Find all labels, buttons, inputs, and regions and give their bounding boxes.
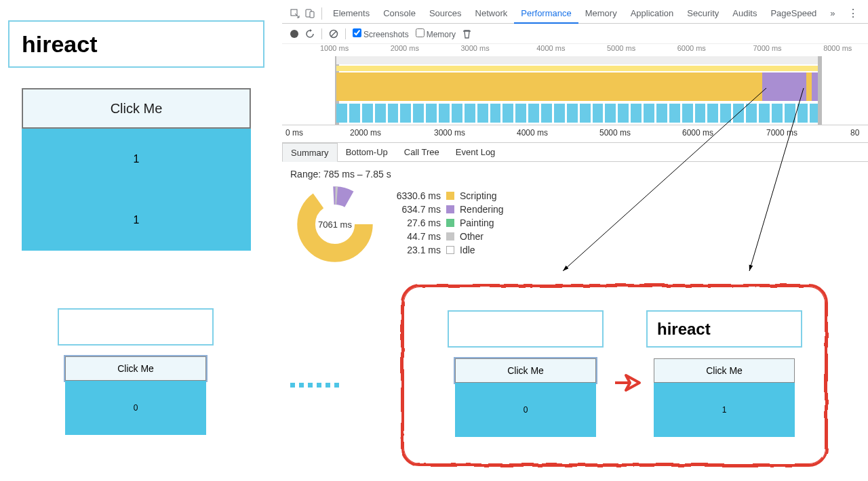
svg-line-4 [331,31,336,37]
counter-panel: 1 [654,383,795,437]
more-tabs-icon[interactable]: » [823,3,842,24]
summary-legend: 6330.6 msScripting 634.7 msRendering 27.… [391,189,504,257]
counter-value: 1 [134,214,140,226]
device-icon[interactable] [302,9,317,18]
ruler-mark: 6000 ms [682,128,713,138]
ruler-mark: 4000 ms [517,128,548,138]
tab-security[interactable]: Security [680,3,726,24]
kebab-icon[interactable]: ⋮ [844,7,863,20]
summary-donut: 7061 ms [297,186,373,262]
ruler-mark: 7000 ms [766,128,797,138]
perf-ruler[interactable]: 0 ms 2000 ms 3000 ms 4000 ms 5000 ms 600… [282,125,868,143]
memory-checkbox[interactable]: Memory [416,28,456,39]
devtools-tabbar: Elements Console Sources Network Perform… [282,3,868,24]
ruler-mark: 5000 ms [599,128,631,138]
ruler-mark: 0 ms [285,128,303,138]
tab-audits[interactable]: Audits [726,3,764,24]
clear-icon[interactable] [329,29,338,39]
ruler-mark: 80 [850,128,859,138]
counter-panel: 0 [455,383,596,437]
tab-elements[interactable]: Elements [326,3,376,24]
text-input[interactable] [448,310,604,348]
counter-panel: 1 1 [22,129,251,251]
time-mark: 7000 ms [753,44,781,52]
click-me-button[interactable]: Click Me [654,358,795,383]
flame-chart[interactable] [336,72,821,101]
text-input[interactable]: hireact [8,20,264,68]
sample-app-large: hireact Click Me 1 1 [8,20,266,251]
detail-tab-bottomup[interactable]: Bottom-Up [338,143,396,161]
time-mark: 5000 ms [607,44,635,52]
counter-panel: 0 [65,381,206,435]
perf-overview[interactable]: 1000 ms 2000 ms 3000 ms 4000 ms 5000 ms … [282,44,868,125]
perf-summary: Range: 785 ms – 7.85 s 7061 ms 6330.6 ms… [282,162,868,270]
trash-icon[interactable] [462,29,471,39]
click-me-button[interactable]: Click Me [455,358,596,383]
tab-memory[interactable]: Memory [578,3,624,24]
click-me-button[interactable]: Click Me [22,88,251,129]
counter-value: 1 [722,405,727,415]
record-icon[interactable] [290,30,298,38]
text-input[interactable]: hireact [646,310,802,348]
time-mark: 1000 ms [320,44,349,52]
time-mark: 6000 ms [677,44,706,52]
perf-detail-tabs: Summary Bottom-Up Call Tree Event Log [282,143,868,162]
time-mark: 4000 ms [536,44,565,52]
sample-app-state-3: hireact Click Me 1 [646,310,795,437]
range-handle-right[interactable] [818,56,822,125]
tab-performance[interactable]: Performance [514,3,578,24]
counter-value: 0 [134,403,138,413]
time-mark: 2000 ms [391,44,419,52]
inspect-icon[interactable] [288,9,302,18]
detail-tab-eventlog[interactable]: Event Log [448,143,504,161]
ruler-mark: 2000 ms [350,128,381,138]
tab-network[interactable]: Network [469,3,515,24]
sample-app-state-1: Click Me 0 [58,308,207,435]
reload-icon[interactable] [305,29,315,39]
detail-tab-summary[interactable]: Summary [282,143,338,162]
click-me-button[interactable]: Click Me [65,356,206,381]
donut-center-label: 7061 ms [297,186,373,262]
ellipsis-dots [290,383,339,388]
tab-sources[interactable]: Sources [422,3,469,24]
red-arrow-icon [614,373,642,396]
detail-tab-calltree[interactable]: Call Tree [396,143,448,161]
devtools-panel: Elements Console Sources Network Perform… [282,3,868,270]
counter-value: 1 [134,153,140,165]
range-text: Range: 785 ms – 7.85 s [290,169,860,180]
counter-value: 0 [524,405,528,415]
screenshots-checkbox[interactable]: Screenshots [353,28,409,39]
time-mark: 8000 ms [823,44,852,52]
tab-application[interactable]: Application [624,3,681,24]
text-input[interactable] [58,308,214,346]
ruler-mark: 3000 ms [434,128,465,138]
time-mark: 3000 ms [460,44,489,52]
sample-app-state-2: Click Me 0 [448,310,597,437]
perf-controls: Screenshots Memory [282,24,868,44]
frames-strip [336,104,821,123]
tab-console[interactable]: Console [376,3,422,24]
tab-pagespeed[interactable]: PageSpeed [764,3,823,24]
svg-rect-2 [310,12,314,18]
